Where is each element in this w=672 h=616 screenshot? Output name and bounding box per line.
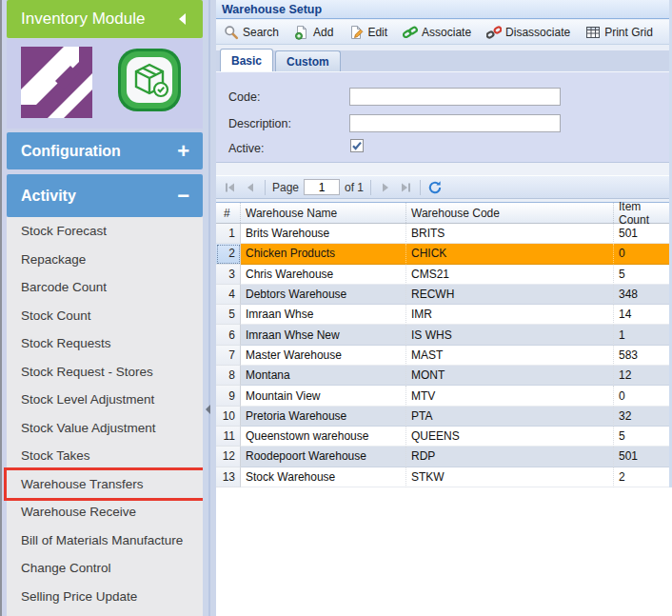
row-number-cell: 11 (216, 427, 241, 447)
sidebar-item-stock-takes[interactable]: Stock Takes (7, 442, 203, 470)
warehouse-name-cell: Montana (241, 366, 406, 386)
toolbar-button-label: Disassociate (505, 26, 570, 39)
warehouse-code-cell: PTA (406, 407, 614, 427)
tabstrip: Basic Custom (216, 50, 672, 72)
basic-form: Code: Description: Active: (216, 72, 672, 163)
row-number-cell: 9 (216, 386, 241, 406)
item-count-cell: 348 (614, 285, 672, 305)
table-row-7[interactable]: 7Master WarehouseMAST583 (216, 346, 672, 366)
collapse-icon[interactable]: − (177, 186, 189, 207)
tab-custom[interactable]: Custom (275, 50, 341, 71)
toolbar-search-button[interactable]: Search (219, 23, 284, 42)
sidebar-item-stock-requests[interactable]: Stock Requests (7, 329, 203, 358)
inventory-package-logo (117, 48, 182, 112)
row-number-cell: 4 (216, 285, 241, 305)
section-label: Activity (21, 188, 76, 205)
column-header-warehouse-name[interactable]: Warehouse Name (241, 203, 406, 223)
sidebar-item-stock-level-adjustment[interactable]: Stock Level Adjustment (7, 386, 203, 414)
column-header-number[interactable]: # (216, 203, 241, 223)
column-header-item-count[interactable]: Item Count (614, 203, 672, 223)
warehouse-code-cell: MONT (406, 366, 614, 386)
warehouse-code-cell: QUEENS (406, 427, 614, 447)
pagination-bar: Page of 1 (216, 175, 672, 199)
table-row-11[interactable]: 11Queenstown warehouseQUEENS5 (216, 427, 672, 447)
table-row-5[interactable]: 5Imraan WhseIMR14 (216, 305, 672, 325)
table-row-9[interactable]: 9Mountain ViewMTV0 (216, 386, 672, 406)
sidebar-item-bill-of-materials-manufacture[interactable]: Bill of Materials Manufacture (7, 527, 203, 555)
collapse-sidebar-icon[interactable] (179, 13, 186, 25)
toolbar-add-button[interactable]: Add (289, 23, 338, 42)
grid-body: 1Brits WarehouseBRITS5012Chicken Product… (216, 224, 672, 487)
warehouse-name-cell: Brits Warehouse (241, 224, 406, 244)
tab-label: Custom (287, 55, 329, 69)
sidebar-item-warehouse-receive[interactable]: Warehouse Receive (7, 498, 203, 527)
active-label: Active: (228, 139, 265, 157)
tab-label: Basic (231, 54, 262, 68)
row-number-cell: 2 (216, 244, 241, 264)
sidebar-item-barcode-count[interactable]: Barcode Count (7, 273, 203, 302)
table-row-6[interactable]: 6Imraan Whse NewIS WHS1 (216, 325, 672, 345)
sidebar-item-repackage[interactable]: Repackage (7, 246, 203, 274)
expand-icon[interactable]: + (177, 141, 189, 162)
sidebar-item-stock-forecast[interactable]: Stock Forecast (7, 217, 203, 246)
edit-icon (348, 25, 364, 40)
code-field[interactable] (349, 88, 561, 106)
toolbar-print-grid-button[interactable]: Print Grid (581, 23, 658, 42)
warehouse-name-cell: Chris Warehouse (241, 265, 406, 285)
warehouse-name-cell: Imraan Whse New (241, 325, 406, 345)
description-field[interactable] (349, 114, 561, 132)
splitter-collapse-icon[interactable] (206, 405, 210, 414)
warehouse-name-cell: Queenstown warehouse (241, 427, 406, 447)
item-count-cell: 0 (614, 244, 672, 264)
sidebar-menu: Stock ForecastRepackageBarcode CountStoc… (7, 217, 203, 616)
last-page-icon[interactable] (398, 180, 413, 195)
item-count-cell: 5 (614, 427, 672, 447)
search-icon (224, 25, 239, 40)
item-count-cell: 14 (614, 305, 672, 325)
warehouse-name-cell: Mountain View (241, 386, 406, 406)
table-row-13[interactable]: 13Stock WarehouseSTKW2 (216, 467, 672, 487)
table-row-2[interactable]: 2Chicken ProductsCHICK0 (216, 244, 672, 264)
table-row-10[interactable]: 10Pretoria WarehousePTA32 (216, 407, 672, 427)
page-title: Warehouse Setup (222, 3, 322, 16)
warehouse-code-cell: IS WHS (406, 325, 614, 345)
toolbar-associate-button[interactable]: Associate (398, 23, 476, 42)
table-row-12[interactable]: 12Roodepoort WarehouseRDP501 (216, 447, 672, 467)
iq-retail-logo (21, 47, 92, 118)
table-row-3[interactable]: 3Chris WarehouseCMS215 (216, 265, 672, 285)
warehouse-code-cell: CHICK (406, 244, 614, 264)
sidebar-item-stock-request-stores[interactable]: Stock Request - Stores (7, 358, 203, 387)
toolbar-disassociate-button[interactable]: Disassociate (482, 23, 575, 42)
row-number-cell: 3 (216, 265, 241, 285)
sidebar-item-stock-count[interactable]: Stock Count (7, 302, 203, 330)
tab-basic[interactable]: Basic (220, 49, 273, 71)
first-page-icon[interactable] (223, 180, 238, 195)
pager-separator (370, 180, 371, 195)
table-row-4[interactable]: 4Debtors WarehouseRECWH348 (216, 285, 672, 305)
sidebar-section-configuration[interactable]: Configuration + (7, 132, 203, 169)
inventory-module-window: Inventory Module Configuration + Activit… (0, 0, 672, 616)
warehouse-name-cell: Master Warehouse (241, 346, 406, 366)
prev-page-icon[interactable] (243, 180, 258, 195)
page-number-input[interactable] (304, 179, 340, 195)
panel-splitter[interactable] (203, 0, 216, 616)
form-grid-gap (216, 163, 672, 175)
row-number-cell: 13 (216, 467, 241, 487)
sidebar-item-warehouse-transfers[interactable]: Warehouse Transfers (7, 470, 203, 499)
column-header-warehouse-code[interactable]: Warehouse Code (406, 203, 614, 223)
disassociate-icon (486, 25, 502, 40)
toolbar-edit-button[interactable]: Edit (344, 23, 392, 42)
module-header: Inventory Module (7, 0, 203, 38)
table-row-8[interactable]: 8MontanaMONT12 (216, 366, 672, 386)
sidebar-section-activity[interactable]: Activity − (7, 174, 203, 217)
next-page-icon[interactable] (378, 180, 393, 195)
sidebar-item-selling-price-update[interactable]: Selling Price Update (7, 583, 203, 611)
refresh-icon[interactable] (427, 180, 443, 195)
sidebar-item-change-control[interactable]: Change Control (7, 554, 203, 583)
sidebar-item-stock-value-adjustment[interactable]: Stock Value Adjustment (7, 414, 203, 443)
pager-separator (265, 180, 266, 195)
warehouse-code-cell: BRITS (406, 224, 614, 244)
active-checkbox[interactable] (350, 139, 364, 152)
table-row-1[interactable]: 1Brits WarehouseBRITS501 (216, 224, 672, 244)
row-number-cell: 5 (216, 305, 241, 325)
